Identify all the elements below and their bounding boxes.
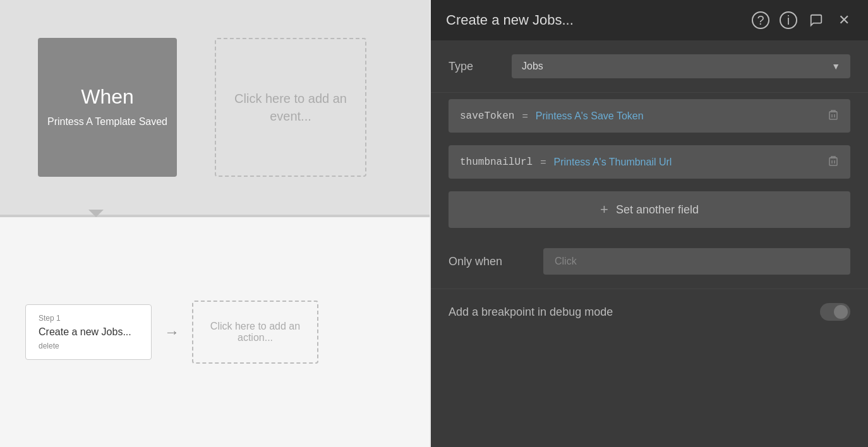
add-event-label: Click here to add an event... bbox=[229, 90, 353, 125]
right-panel: Create a new Jobs... ? i ✕ Type bbox=[431, 0, 868, 447]
step-label: Step 1 bbox=[39, 314, 138, 323]
add-action-label: Click here to add an action... bbox=[200, 321, 311, 343]
panel-header-icons: ? i ✕ bbox=[752, 11, 853, 29]
fields-section: saveToken = Printess A's Save Token thum… bbox=[431, 93, 868, 228]
field-key-2: thumbnailUrl bbox=[460, 157, 533, 168]
field-key-1: saveToken bbox=[460, 110, 514, 122]
add-event-box[interactable]: Click here to add an event... bbox=[215, 38, 366, 177]
info-icon[interactable]: i bbox=[780, 11, 797, 29]
canvas-bottom: Step 1 Create a new Jobs... delete → Cli… bbox=[0, 217, 430, 447]
plus-icon: + bbox=[600, 201, 608, 218]
add-field-button[interactable]: + Set another field bbox=[449, 191, 850, 228]
step-delete-button[interactable]: delete bbox=[39, 342, 138, 350]
only-when-input[interactable]: Click bbox=[543, 248, 850, 275]
only-when-row: Only when Click bbox=[449, 248, 850, 275]
canvas-top: When Printess A Template Saved Click her… bbox=[0, 0, 430, 215]
field-equals-2: = bbox=[540, 157, 546, 168]
step-block[interactable]: Step 1 Create a new Jobs... delete bbox=[25, 304, 152, 360]
close-icon[interactable]: ✕ bbox=[835, 11, 853, 29]
add-field-label: Set another field bbox=[616, 203, 699, 217]
panel-header: Create a new Jobs... ? i ✕ bbox=[431, 0, 868, 40]
type-section: Type Jobs ▼ bbox=[431, 40, 868, 93]
canvas-divider bbox=[0, 215, 430, 217]
add-action-box[interactable]: Click here to add an action... bbox=[192, 301, 318, 364]
field-delete-1[interactable] bbox=[828, 108, 839, 124]
field-equals-1: = bbox=[522, 110, 527, 122]
breakpoint-row: Add a breakpoint in debug mode bbox=[431, 289, 868, 335]
svg-rect-3 bbox=[829, 158, 837, 165]
when-title: When bbox=[81, 85, 134, 109]
panel-title: Create a new Jobs... bbox=[446, 12, 574, 28]
comment-icon[interactable] bbox=[807, 11, 825, 29]
only-when-placeholder: Click bbox=[555, 256, 577, 266]
when-subtitle: Printess A Template Saved bbox=[47, 115, 167, 129]
only-when-section: Only when Click bbox=[431, 234, 868, 289]
field-row: thumbnailUrl = Printess A's Thumbnail Ur… bbox=[449, 145, 850, 179]
breakpoint-toggle[interactable] bbox=[820, 303, 850, 321]
field-delete-2[interactable] bbox=[828, 154, 839, 170]
arrow-right-icon: → bbox=[164, 323, 179, 341]
when-block: When Printess A Template Saved bbox=[38, 38, 177, 177]
breakpoint-label: Add a breakpoint in debug mode bbox=[449, 306, 613, 319]
svg-rect-0 bbox=[829, 112, 837, 119]
type-value: Jobs bbox=[522, 61, 543, 72]
step-name: Create a new Jobs... bbox=[39, 326, 138, 338]
panel-body: Type Jobs ▼ saveToken = Printess A's Sav… bbox=[431, 40, 868, 447]
field-row: saveToken = Printess A's Save Token bbox=[449, 99, 850, 133]
field-value-2: Printess A's Thumbnail Url bbox=[554, 157, 820, 168]
type-select[interactable]: Jobs ▼ bbox=[512, 54, 850, 78]
chevron-down-icon: ▼ bbox=[831, 61, 840, 71]
type-row: Type Jobs ▼ bbox=[449, 54, 850, 78]
canvas-area: When Printess A Template Saved Click her… bbox=[0, 0, 430, 447]
type-label: Type bbox=[449, 60, 499, 73]
help-icon[interactable]: ? bbox=[752, 11, 769, 29]
only-when-label: Only when bbox=[449, 255, 531, 268]
field-value-1: Printess A's Save Token bbox=[536, 110, 820, 122]
